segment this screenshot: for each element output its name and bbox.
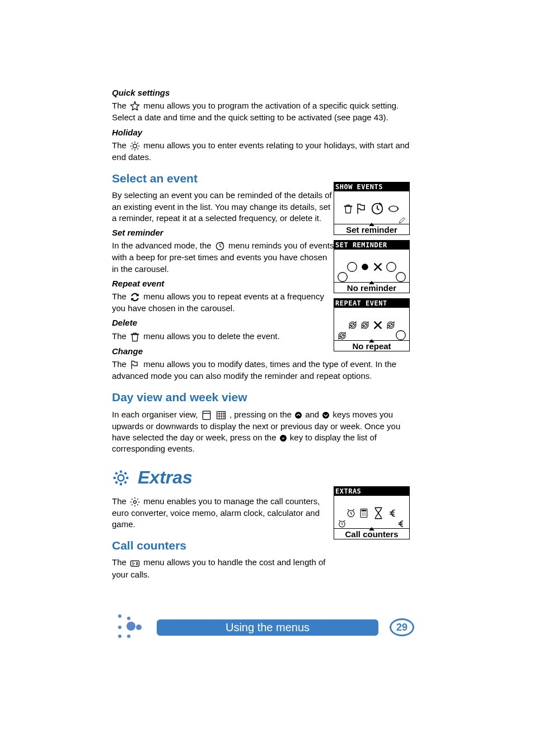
day-icon [200,410,213,421]
delete-heading: Delete [112,317,336,328]
quick-settings-text: The menu allows you to program the activ… [112,100,414,123]
holiday-heading: Holiday [112,127,414,138]
loop-icon [386,203,401,214]
quick-settings-heading: Quick settings [112,87,414,98]
screen-extras: EXTRAS Call counters [334,486,410,539]
down-icon [321,411,330,420]
holiday-text: The menu allows you to enter events rela… [112,140,414,163]
text: The [112,331,129,341]
page-number: 29 [390,618,414,636]
repeat-small-icon [359,320,371,331]
text: In the advanced mode, the [112,241,214,250]
extras-heading-text: Extras [138,466,193,490]
screen-show-events: SHOW EVENTS Set reminder [334,182,410,235]
text: The [112,496,129,506]
repeat-event-text: The menu allows you to repeat events at … [112,291,336,314]
up-icon [294,411,303,420]
text: The [112,557,129,567]
trash-icon [343,203,354,214]
text: menu allows you to enter events relating… [112,140,409,162]
footer: Using the menus 29 [112,611,414,644]
select-event-text: By selecting an event you can be reminde… [112,190,336,224]
repeat-small-icon [336,330,348,341]
change-text: The menu allows you to modify dates, tim… [112,359,414,382]
text: The [112,140,129,150]
dot-icon [359,261,371,273]
x-icon [372,261,384,273]
text: , pressing on the [229,410,294,419]
text: menu allows you to repeat events at a fr… [112,292,324,313]
arrow-up-icon [369,281,374,284]
text: In each organiser view, [112,410,200,419]
flag-icon [355,202,368,215]
euro-icon [396,519,406,529]
repeat-event-heading: Repeat event [112,278,336,289]
num-circle-icon [395,271,407,283]
select-event-heading: Select an event [112,171,336,186]
x-icon [372,319,384,331]
svg-point-27 [127,622,135,631]
svg-point-26 [136,624,142,630]
arrow-up-icon [369,527,374,530]
trash-icon [129,331,141,342]
screen-title: SHOW EVENTS [334,182,409,191]
gear-icon [112,469,130,487]
clock-icon [214,241,226,252]
screen-repeat-event: REPEAT EVENT No repeat [334,298,410,351]
flag-icon [129,359,141,370]
dot-logo-icon [112,611,146,644]
text: menu allows you to handle the cost and l… [112,557,325,579]
ok-icon [279,434,288,443]
star-icon [129,101,141,112]
week-icon [215,410,227,421]
alarm-icon [337,519,347,529]
pencil-icon [398,217,406,224]
extras-text: The menu enables you to manage the call … [112,496,336,530]
repeat-small-icon [347,320,358,331]
svg-point-29 [127,635,130,638]
sun-icon [129,140,141,152]
svg-point-24 [127,617,130,620]
text: menu allows you to modify dates, times a… [112,359,396,381]
extras-icon [129,496,141,508]
svg-point-28 [118,635,121,638]
svg-point-25 [118,626,121,629]
screen-title: EXTRAS [334,487,409,496]
text: menu allows you to delete the event. [143,331,280,341]
calc-icon [358,508,369,519]
screen-title: REPEAT EVENT [334,299,409,308]
text: The [112,292,129,301]
set-reminder-text: In the advanced mode, the menu reminds y… [112,240,336,275]
clock-icon [369,201,385,217]
text: and [305,410,321,419]
hourglass-icon [371,506,386,520]
screen-title: SET REMINDER [334,241,409,250]
footer-title: Using the menus [157,619,378,636]
alarm-icon [345,508,357,519]
num-circle-icon [336,271,349,283]
svg-point-23 [118,614,121,618]
set-reminder-heading: Set reminder [112,227,336,238]
text: The [112,359,129,369]
text: menu allows you to program the activatio… [112,101,399,122]
call-counters-text: The menu allows you to handle the cost a… [112,557,336,580]
counter-icon [129,558,141,569]
text: menu enables you to manage the call coun… [112,496,320,529]
delete-text: The menu allows you to delete the event. [112,331,336,342]
num-circle-icon [395,329,407,341]
day-week-text: In each organiser view, , pressing on th… [112,409,414,455]
text: The [112,101,129,110]
arrow-up-icon [369,223,374,226]
euro-icon [387,508,399,519]
repeat-icon [129,292,141,303]
screen-set-reminder: SET REMINDER No reminder [334,240,410,293]
day-week-heading: Day view and week view [112,389,414,405]
arrow-up-icon [369,339,374,342]
call-counters-heading: Call counters [112,538,336,553]
